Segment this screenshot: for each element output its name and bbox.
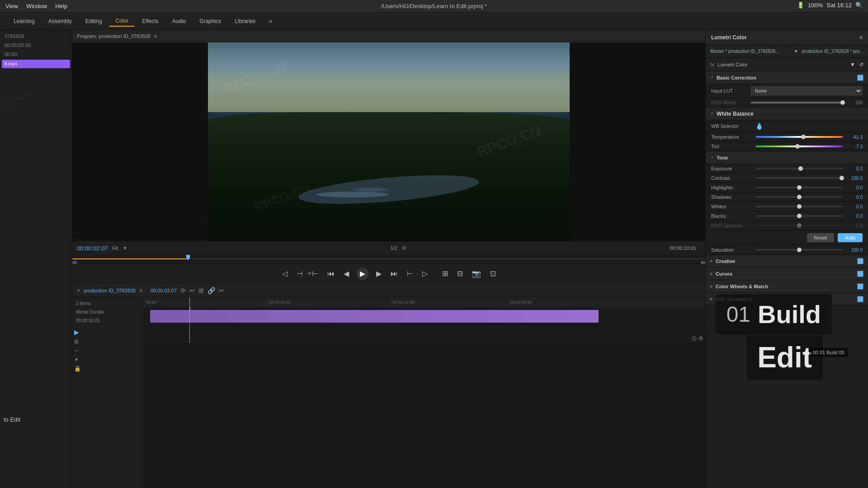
undo-btn[interactable]: ↩ <box>189 287 195 294</box>
reset-btn[interactable]: Reset <box>807 233 835 242</box>
fit-timeline-btn[interactable]: ⊡ <box>692 335 697 342</box>
tab-graphics[interactable]: Graphics <box>193 16 227 26</box>
highlights-slider[interactable] <box>755 187 843 188</box>
settings-icon[interactable]: ⚙ <box>402 245 407 251</box>
playback-scrubber[interactable] <box>72 255 705 264</box>
tint-thumb[interactable] <box>795 144 800 149</box>
temperature-thumb[interactable] <box>801 135 806 139</box>
magnet-tool[interactable]: 🔒 <box>74 366 142 372</box>
overwrite-btn[interactable]: ⊟ <box>455 267 465 280</box>
source-dropdown-arrow[interactable]: ▼ <box>794 49 798 54</box>
monitor-menu-icon[interactable]: ≡ <box>154 33 157 39</box>
play-mini-btn[interactable]: ▶ <box>74 328 142 336</box>
hdr-white-value: 100 <box>848 100 863 105</box>
basic-correction-checkbox[interactable] <box>857 75 863 81</box>
highlights-thumb[interactable] <box>797 185 802 190</box>
timeline-right[interactable]: 00:00 00:00:05:00 00:00:10:00 00:00:15:0… <box>145 297 705 488</box>
input-lut-select[interactable]: None <box>751 86 863 95</box>
camera-btn[interactable]: 📷 <box>470 267 483 280</box>
snap-btn[interactable]: ⊞ <box>198 287 204 294</box>
contrast-thumb[interactable] <box>840 176 844 180</box>
hdr-white-thumb[interactable] <box>840 100 845 105</box>
add-track-btn[interactable]: + <box>307 269 312 278</box>
hdr-specular-row: HDR Specular 0.0 <box>706 221 868 230</box>
tab-effects[interactable]: Effects <box>136 16 165 26</box>
saturation-thumb[interactable] <box>797 248 802 252</box>
blacks-thumb[interactable] <box>797 214 802 218</box>
tab-audio[interactable]: Audio <box>166 16 193 26</box>
select-tool[interactable]: ⊞ <box>74 338 142 345</box>
mark-out-btn[interactable]: ▷ <box>420 267 429 280</box>
video-clip[interactable] <box>150 310 599 323</box>
play-btn[interactable]: ▶ <box>356 267 369 280</box>
saturation-slider[interactable] <box>755 249 843 251</box>
shadows-slider[interactable] <box>755 196 843 198</box>
exposure-slider[interactable] <box>755 168 843 169</box>
rewind-btn[interactable]: ⏮ <box>326 268 336 280</box>
menu-help[interactable]: Help <box>55 3 67 9</box>
tab-libraries[interactable]: Libraries <box>228 16 262 26</box>
auto-btn[interactable]: Auto <box>838 233 863 242</box>
hdr-white-slider[interactable] <box>751 102 844 103</box>
basic-correction-header[interactable]: ▼ Basic Correction <box>706 71 868 84</box>
curves-section-header[interactable]: ▶ Curves <box>706 267 868 280</box>
shadows-thumb[interactable] <box>797 195 802 199</box>
hsl-secondary-section-header[interactable]: ▶ HSL Secondary <box>706 293 868 305</box>
current-timecode[interactable]: 00:00:02:07 <box>77 245 108 252</box>
creative-section-header[interactable]: ▶ Creative <box>706 255 868 267</box>
clip-item[interactable]: 8.mp4 <box>2 60 70 68</box>
timeline-settings-btn[interactable]: ⚙ <box>698 335 703 342</box>
white-balance-header[interactable]: ▼ White Balance <box>706 108 868 120</box>
forward-btn[interactable]: ⏭ <box>389 268 400 280</box>
exposure-thumb[interactable] <box>798 166 803 171</box>
menu-view[interactable]: View <box>5 3 18 9</box>
more-workspaces-btn[interactable]: » <box>263 16 278 26</box>
fit-dropdown[interactable]: Fit <box>113 245 118 251</box>
tint-slider[interactable] <box>755 145 843 147</box>
playhead[interactable] <box>186 255 190 260</box>
color-wheels-checkbox[interactable] <box>857 283 863 290</box>
step-back-btn[interactable]: ⊣ <box>295 267 305 280</box>
fx-reset-icon[interactable]: ↺ <box>859 61 863 68</box>
lumetri-source-label[interactable]: Master * production ID_3782828... <box>710 49 790 54</box>
search-icon[interactable]: 🔍 <box>855 2 863 9</box>
menu-window[interactable]: Window <box>26 3 47 9</box>
contrast-slider[interactable] <box>755 177 843 179</box>
mark-in-btn[interactable]: ◁ <box>280 267 289 280</box>
next-edit-btn[interactable]: ⊢ <box>405 267 415 280</box>
input-lut-row: Input LUT None <box>706 84 868 98</box>
link-btn[interactable]: 🔗 <box>208 287 215 294</box>
timecode-in: 00:05:00:00 <box>2 41 70 50</box>
creative-checkbox[interactable] <box>857 258 863 264</box>
hsl-secondary-checkbox[interactable] <box>857 296 863 302</box>
media-duration-label: Media Duratio <box>74 308 142 316</box>
eyedropper-btn[interactable]: 💧 <box>755 122 763 130</box>
tab-color[interactable]: Color <box>109 16 135 27</box>
current-time-display[interactable]: 00:00:02:07 <box>151 288 177 293</box>
seq-menu-icon[interactable]: ≡ <box>139 287 142 294</box>
tone-header[interactable]: ▼ Tone <box>706 151 868 164</box>
tab-learning[interactable]: Learning <box>7 16 41 26</box>
move-tool[interactable]: ↔ <box>74 347 142 354</box>
ripple-btn[interactable]: ⟳ <box>180 287 186 294</box>
fx-dropdown-arrow[interactable]: ▼ <box>850 61 855 68</box>
close-sequence-btn[interactable]: × <box>77 287 80 294</box>
lumetri-menu-icon[interactable]: ≡ <box>859 34 863 41</box>
whites-thumb[interactable] <box>797 204 802 209</box>
blacks-slider[interactable] <box>755 215 843 217</box>
color-wheels-section-header[interactable]: ▶ Color Wheels & Match <box>706 280 868 293</box>
tab-editing[interactable]: Editing <box>79 16 108 26</box>
whites-slider[interactable] <box>755 206 843 207</box>
export-btn[interactable]: ⊡ <box>488 267 498 280</box>
tab-assembly[interactable]: Assembly <box>42 16 78 26</box>
white-balance-chevron: ▼ <box>710 112 714 116</box>
ruler-mark-2: 00:00:10:00 <box>392 297 415 307</box>
temperature-slider[interactable] <box>755 136 843 138</box>
fit-arrow[interactable]: ▼ <box>123 245 127 251</box>
fwd-frame-btn[interactable]: ▶ <box>374 267 383 280</box>
insert-btn[interactable]: ⊞ <box>440 267 450 280</box>
back-frame-btn[interactable]: ◀ <box>342 267 351 280</box>
track-select[interactable]: ✦ <box>74 357 142 363</box>
curves-checkbox[interactable] <box>857 271 863 277</box>
razor-btn[interactable]: ✂ <box>219 287 224 294</box>
